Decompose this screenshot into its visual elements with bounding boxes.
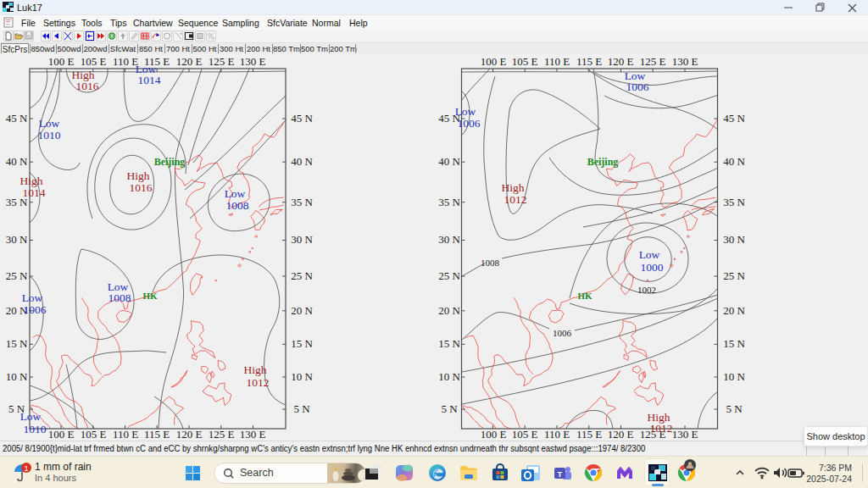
- svg-text:25 N: 25 N: [6, 269, 28, 282]
- svg-text:1010: 1010: [24, 423, 47, 435]
- svg-text:20 N: 20 N: [438, 304, 460, 317]
- svg-text:115 E: 115 E: [144, 428, 170, 441]
- svg-text:105 E: 105 E: [512, 428, 538, 441]
- svg-text:5 N: 5 N: [441, 402, 458, 415]
- svg-text:35 N: 35 N: [291, 196, 313, 208]
- svg-text:45 N: 45 N: [723, 112, 745, 125]
- svg-text:30 N: 30 N: [723, 233, 745, 246]
- svg-text:100 E: 100 E: [48, 55, 75, 68]
- svg-text:40 N: 40 N: [6, 155, 28, 168]
- svg-text:High: High: [20, 175, 43, 187]
- svg-text:Low: Low: [455, 105, 476, 118]
- svg-text:1012: 1012: [247, 376, 270, 389]
- svg-text:115 E: 115 E: [576, 428, 602, 441]
- svg-text:10 N: 10 N: [6, 370, 28, 383]
- svg-text:105 E: 105 E: [81, 55, 107, 68]
- svg-text:T: T: [558, 469, 563, 479]
- svg-text:30 N: 30 N: [291, 233, 313, 246]
- svg-text:1016: 1016: [76, 80, 99, 92]
- svg-text:100 E: 100 E: [481, 55, 507, 68]
- svg-text:120 E: 120 E: [176, 55, 203, 68]
- svg-text:120 E: 120 E: [176, 428, 203, 441]
- svg-text:25 N: 25 N: [438, 269, 460, 282]
- svg-text:120 E: 120 E: [608, 428, 634, 441]
- svg-text:1012: 1012: [650, 422, 673, 435]
- svg-text:1010: 1010: [38, 129, 61, 141]
- svg-text:1006: 1006: [458, 117, 481, 130]
- svg-text:25 N: 25 N: [723, 269, 745, 282]
- svg-text:1008: 1008: [481, 258, 500, 268]
- svg-text:High: High: [127, 169, 150, 182]
- svg-text:100 E: 100 E: [481, 428, 507, 441]
- svg-text:40 N: 40 N: [438, 155, 460, 168]
- svg-text:110 E: 110 E: [113, 428, 138, 441]
- svg-text:110 E: 110 E: [113, 55, 138, 68]
- svg-text:15 N: 15 N: [723, 337, 745, 350]
- svg-text:1006: 1006: [626, 80, 649, 93]
- svg-text:30 N: 30 N: [438, 233, 460, 246]
- svg-text:35 N: 35 N: [723, 196, 745, 208]
- svg-text:20 N: 20 N: [723, 304, 745, 317]
- svg-text:Low: Low: [22, 291, 43, 304]
- svg-text:125 E: 125 E: [640, 55, 666, 68]
- svg-text:Low: Low: [225, 187, 246, 200]
- svg-text:100 E: 100 E: [48, 428, 75, 441]
- svg-text:110 E: 110 E: [544, 428, 570, 441]
- svg-text:10 N: 10 N: [723, 370, 745, 383]
- svg-text:130 E: 130 E: [672, 55, 698, 68]
- svg-text:45 N: 45 N: [291, 112, 313, 125]
- svg-text:110 E: 110 E: [544, 55, 570, 68]
- svg-text:130 E: 130 E: [240, 55, 266, 68]
- svg-text:1014: 1014: [138, 74, 161, 86]
- svg-text:120 E: 120 E: [608, 55, 634, 68]
- svg-text:High: High: [244, 363, 267, 376]
- svg-text:40 N: 40 N: [291, 155, 313, 168]
- svg-text:125 E: 125 E: [209, 55, 235, 68]
- svg-text:Beijing: Beijing: [587, 156, 619, 168]
- svg-text:5 N: 5 N: [726, 402, 743, 415]
- svg-text:1006: 1006: [553, 328, 572, 338]
- svg-text:1006: 1006: [24, 303, 47, 316]
- svg-text:1012: 1012: [504, 193, 527, 206]
- svg-text:Low: Low: [20, 410, 42, 423]
- svg-text:1002: 1002: [637, 285, 656, 295]
- svg-text:Low: Low: [39, 117, 60, 130]
- svg-text:HK: HK: [577, 291, 593, 301]
- svg-text:25 N: 25 N: [291, 269, 313, 282]
- svg-text:40 N: 40 N: [723, 155, 745, 168]
- svg-text:125 E: 125 E: [209, 428, 235, 441]
- svg-text:105 E: 105 E: [512, 55, 538, 68]
- svg-text:1016: 1016: [130, 181, 153, 194]
- svg-text:15 N: 15 N: [291, 337, 313, 350]
- svg-text:15 N: 15 N: [438, 337, 460, 350]
- svg-text:Low: Low: [639, 248, 660, 261]
- svg-text:1008: 1008: [108, 291, 131, 304]
- svg-text:30 N: 30 N: [6, 233, 28, 246]
- svg-text:1014: 1014: [23, 186, 46, 199]
- svg-text:130 E: 130 E: [672, 428, 698, 441]
- svg-text:5 N: 5 N: [293, 402, 310, 415]
- svg-text:15 N: 15 N: [6, 337, 28, 350]
- svg-text:HK: HK: [142, 291, 158, 301]
- svg-text:35 N: 35 N: [438, 196, 460, 208]
- svg-text:1000: 1000: [641, 261, 664, 274]
- svg-text:115 E: 115 E: [576, 55, 602, 68]
- svg-text:10 N: 10 N: [291, 370, 313, 383]
- svg-text:20 N: 20 N: [291, 304, 313, 317]
- svg-text:1008: 1008: [226, 199, 249, 212]
- svg-text:1: 1: [24, 464, 28, 473]
- svg-text:105 E: 105 E: [81, 428, 107, 441]
- svg-text:10 N: 10 N: [438, 370, 460, 383]
- svg-text:130 E: 130 E: [240, 428, 266, 441]
- svg-text:Beijing: Beijing: [154, 156, 186, 168]
- svg-text:High: High: [502, 181, 525, 194]
- svg-text:45 N: 45 N: [6, 112, 28, 125]
